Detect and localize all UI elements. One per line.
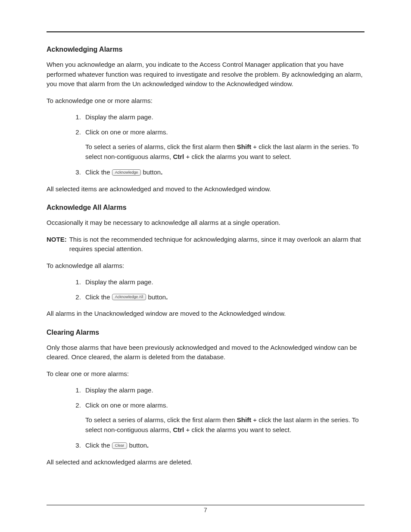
heading-acknowledge-all-alarms: Acknowledge All Alarms <box>47 202 364 213</box>
list-item-text: Click on one or more alarms. <box>85 128 168 136</box>
text: Click the <box>85 293 112 301</box>
paragraph: To acknowledge all alarms: <box>47 261 364 271</box>
acknowledge-button-icon: Acknowledge <box>112 169 141 176</box>
ordered-list: Display the alarm page. Click on one or … <box>47 386 364 451</box>
note-block: NOTE: This is not the recommended techni… <box>47 235 364 254</box>
list-item: Click on one or more alarms. To select a… <box>83 128 364 162</box>
text: button <box>148 293 166 301</box>
list-item: Display the alarm page. <box>83 277 364 287</box>
list-item: Display the alarm page. <box>83 386 364 395</box>
text: + click the alarms you want to select. <box>184 153 291 160</box>
footer-rule <box>47 505 364 505</box>
list-item-subtext: To select a series of alarms, click the … <box>85 415 364 435</box>
ordered-list: Display the alarm page. Click on one or … <box>47 112 364 177</box>
text: button <box>143 168 161 176</box>
text: + click the alarms you want to select. <box>184 426 291 433</box>
header-rule <box>47 31 364 32</box>
paragraph: All selected items are acknowledged and … <box>47 184 364 194</box>
paragraph: To acknowledge one or more alarms: <box>47 96 364 106</box>
list-item: Click the Acknowledge All button. <box>83 292 364 302</box>
paragraph: Only those alarms that have been previou… <box>47 343 364 362</box>
text-bold-period: . <box>147 442 149 449</box>
list-item: Click the Acknowledge button. <box>83 168 364 177</box>
list-item: Display the alarm page. <box>83 112 364 122</box>
paragraph: When you acknowledge an alarm, you indic… <box>47 60 364 89</box>
text: To select a series of alarms, click the … <box>85 416 237 423</box>
page-number: 7 <box>0 506 411 515</box>
list-item: Click on one or more alarms. To select a… <box>83 401 364 435</box>
key-ctrl: Ctrl <box>173 153 184 160</box>
note-label: NOTE: <box>47 235 67 245</box>
list-item-subtext: To select a series of alarms, click the … <box>85 142 364 162</box>
key-shift: Shift <box>237 143 251 150</box>
clear-button-icon: Clear <box>112 442 128 449</box>
paragraph: All selected and acknowledged alarms are… <box>47 457 364 467</box>
heading-acknowledging-alarms: Acknowledging Alarms <box>47 44 364 55</box>
key-ctrl: Ctrl <box>173 426 184 433</box>
paragraph: To clear one or more alarms: <box>47 369 364 379</box>
ordered-list: Display the alarm page. Click the Acknow… <box>47 277 364 302</box>
paragraph: All alarms in the Unacknowledged window … <box>47 309 364 319</box>
text: button <box>129 442 147 449</box>
text-bold-period: . <box>161 168 162 176</box>
list-item-text: Click on one or more alarms. <box>85 401 168 409</box>
text: Click the <box>85 168 112 176</box>
paragraph: Occasionally it may be necessary to ackn… <box>47 218 364 228</box>
text: To select a series of alarms, click the … <box>85 143 237 150</box>
text-bold-period: . <box>166 293 168 301</box>
key-shift: Shift <box>237 416 251 423</box>
text: Click the <box>85 442 112 449</box>
note-body: This is not the recommended technique fo… <box>69 235 364 254</box>
document-page: Acknowledging Alarms When you acknowledg… <box>0 0 411 532</box>
acknowledge-all-button-icon: Acknowledge All <box>112 294 146 300</box>
heading-clearing-alarms: Clearing Alarms <box>47 327 364 338</box>
list-item: Click the Clear button. <box>83 441 364 451</box>
